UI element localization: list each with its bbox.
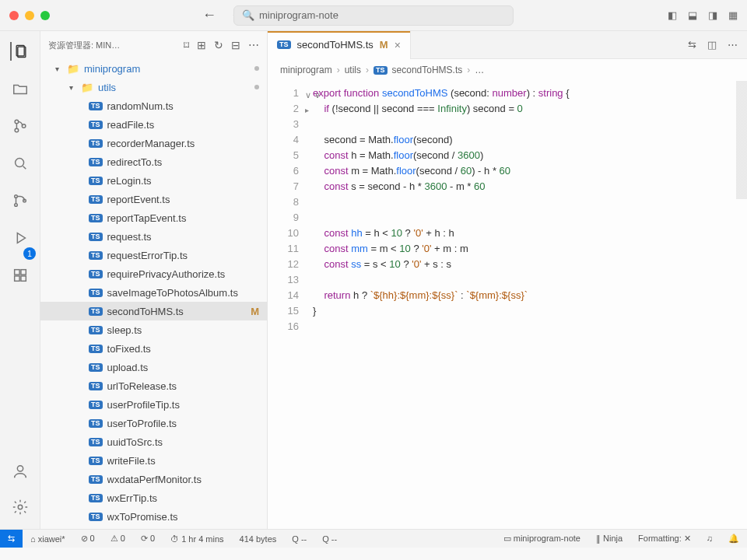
new-folder-icon[interactable]: ⊞ <box>197 39 206 51</box>
time-tracker[interactable]: ⏱ 1 hr 4 mins <box>163 530 231 548</box>
folder-utils[interactable]: ▾📁utils <box>40 78 267 96</box>
q-status-2[interactable]: Q -- <box>314 530 345 548</box>
svg-point-14 <box>18 505 23 509</box>
file-upload-ts[interactable]: TSupload.ts <box>40 358 267 376</box>
source-control-icon[interactable] <box>11 117 30 135</box>
new-file-icon[interactable]: ⌑ <box>184 39 189 51</box>
svg-rect-11 <box>14 276 19 281</box>
scm-badge: 1 <box>23 247 36 260</box>
file-wxToPromise-ts[interactable]: TSwxToPromise.ts <box>40 507 267 526</box>
remote-indicator[interactable]: ⇆ <box>0 530 23 548</box>
file-wxErrTip-ts[interactable]: TSwxErrTip.ts <box>40 488 267 507</box>
git-branch[interactable]: ⌂ xiawei* <box>23 530 73 548</box>
close-icon[interactable]: × <box>395 39 401 51</box>
panel-bottom-icon[interactable]: ⬓ <box>688 9 697 21</box>
fold-marker[interactable]: ▸ <box>305 103 309 118</box>
tab-status: M <box>380 39 388 51</box>
file-reLogin-ts[interactable]: TSreLogin.ts <box>40 171 267 190</box>
file-readFile-ts[interactable]: TSreadFile.ts <box>40 115 267 134</box>
file-size: 414 bytes <box>232 530 285 548</box>
extensions-icon[interactable] <box>11 266 30 285</box>
search-activity-icon[interactable] <box>11 154 30 173</box>
folder-open-icon[interactable] <box>11 79 30 98</box>
file-request-ts[interactable]: TSrequest.ts <box>40 227 267 246</box>
explorer-sidebar: 资源管理器: MIN… ⌑ ⊞ ↻ ⊟ ⋯ ▾📁miniprogram▾📁uti… <box>40 31 268 529</box>
tab-label: secondToHMS.ts <box>297 39 374 51</box>
minimap[interactable] <box>736 81 747 376</box>
collapse-icon[interactable]: ⊟ <box>231 39 240 51</box>
file-randomNum-ts[interactable]: TSrandomNum.ts <box>40 96 267 115</box>
file-reportTapEvent-ts[interactable]: TSreportTapEvent.ts <box>40 208 267 227</box>
code-lines[interactable]: export function secondToHMS (second: num… <box>307 81 747 529</box>
svg-rect-10 <box>20 270 25 275</box>
file-userProfileTip-ts[interactable]: TSuserProfileTip.ts <box>40 395 267 414</box>
crumb-3[interactable]: … <box>475 65 484 75</box>
audio-icon[interactable]: ♫ <box>699 534 721 543</box>
ts-icon: TS <box>374 66 388 75</box>
editor[interactable]: ∨∨ ▸ 12345678910111213141516 export func… <box>268 81 747 529</box>
command-center[interactable]: 🔍 miniprogram-note <box>233 5 514 26</box>
more-tab-icon[interactable]: ⋯ <box>728 39 738 51</box>
grid-icon[interactable]: ▦ <box>728 9 738 21</box>
split-icon[interactable]: ◫ <box>707 39 717 51</box>
panel-right-icon[interactable]: ◨ <box>708 9 717 21</box>
file-wxdataPerfMonitor-ts[interactable]: TSwxdataPerfMonitor.ts <box>40 470 267 488</box>
bell-icon[interactable]: 🔔 <box>721 534 747 544</box>
explorer-icon[interactable] <box>10 42 29 61</box>
file-userToProfile-ts[interactable]: TSuserToProfile.ts <box>40 414 267 432</box>
svg-point-2 <box>15 120 19 124</box>
file-toFixed-ts[interactable]: TStoFixed.ts <box>40 339 267 358</box>
breadcrumb[interactable]: miniprogram› utils› TS secondToHMS.ts› … <box>268 59 747 81</box>
file-reportEvent-ts[interactable]: TSreportEvent.ts <box>40 190 267 208</box>
file-tree[interactable]: ▾📁miniprogram▾📁utilsTSrandomNum.tsTSread… <box>40 59 267 529</box>
titlebar: ← → 🔍 miniprogram-note ◧ ⬓ ◨ ▦ <box>0 0 747 31</box>
file-saveImageToPhotosAlbum-ts[interactable]: TSsaveImageToPhotosAlbum.ts <box>40 283 267 302</box>
zoom-window[interactable] <box>40 11 50 20</box>
window-controls <box>9 11 50 20</box>
file-requirePrivacyAuthorize-ts[interactable]: TSrequirePrivacyAuthorize.ts <box>40 264 267 283</box>
errors[interactable]: ⊘ 0 <box>73 530 103 548</box>
workspace[interactable]: ▭ miniprogram-note <box>496 534 588 544</box>
minimize-window[interactable] <box>25 11 34 20</box>
formatting-status[interactable]: Formatting: ✕ <box>630 534 699 544</box>
workbench: 1 资源管理器: MIN… ⌑ ⊞ ↻ ⊟ ⋯ ▾📁miniprogram▾📁u… <box>0 31 747 529</box>
svg-point-5 <box>15 159 23 167</box>
layout-controls: ◧ ⬓ ◨ ▦ <box>668 9 738 21</box>
sync[interactable]: ⟳ 0 <box>133 530 163 548</box>
line-gutter: 12345678910111213141516 <box>268 81 307 529</box>
more-icon[interactable]: ⋯ <box>248 39 259 51</box>
svg-point-7 <box>14 204 17 207</box>
refresh-icon[interactable]: ↻ <box>214 39 223 51</box>
file-redirectTo-ts[interactable]: TSredirectTo.ts <box>40 152 267 171</box>
warnings[interactable]: ⚠ 0 <box>103 530 133 548</box>
file-recorderManager-ts[interactable]: TSrecorderManager.ts <box>40 134 267 152</box>
file-urlToRelease-ts[interactable]: TSurlToRelease.ts <box>40 376 267 395</box>
crumb-0[interactable]: miniprogram <box>280 65 332 75</box>
svg-point-3 <box>15 128 19 132</box>
crumb-1[interactable]: utils <box>345 65 361 75</box>
file-secondToHMS-ts[interactable]: TSsecondToHMS.tsM <box>40 302 267 320</box>
file-writeFile-ts[interactable]: TSwriteFile.ts <box>40 451 267 470</box>
compare-icon[interactable]: ⇆ <box>688 39 696 51</box>
q-status-1[interactable]: Q -- <box>284 530 314 548</box>
file-uuidToSrc-ts[interactable]: TSuuidToSrc.ts <box>40 432 267 451</box>
tab-secondtohms[interactable]: TS secondToHMS.ts M × <box>268 31 411 59</box>
fold-controls[interactable]: ∨∨ <box>305 87 321 103</box>
crumb-2[interactable]: secondToHMS.ts <box>392 65 463 75</box>
svg-rect-12 <box>20 276 25 281</box>
gear-icon[interactable] <box>11 498 30 516</box>
project-name: miniprogram-note <box>259 9 338 21</box>
file-sleep-ts[interactable]: TSsleep.ts <box>40 320 267 339</box>
folder-miniprogram[interactable]: ▾📁miniprogram <box>40 59 267 78</box>
explorer-header: 资源管理器: MIN… ⌑ ⊞ ↻ ⊟ ⋯ <box>40 31 267 59</box>
nav-back-icon[interactable]: ← <box>202 7 216 23</box>
ninja-status[interactable]: ‖ Ninja <box>588 534 630 544</box>
scm-icon[interactable] <box>11 191 30 210</box>
close-window[interactable] <box>9 11 19 20</box>
run-debug-icon[interactable] <box>11 229 30 247</box>
editor-group: TS secondToHMS.ts M × ⇆ ◫ ⋯ miniprogram›… <box>268 31 747 529</box>
explorer-title: 资源管理器: MIN… <box>48 40 177 51</box>
file-requestErrorTip-ts[interactable]: TSrequestErrorTip.ts <box>40 246 267 264</box>
panel-left-icon[interactable]: ◧ <box>668 9 677 21</box>
account-icon[interactable] <box>11 462 30 481</box>
